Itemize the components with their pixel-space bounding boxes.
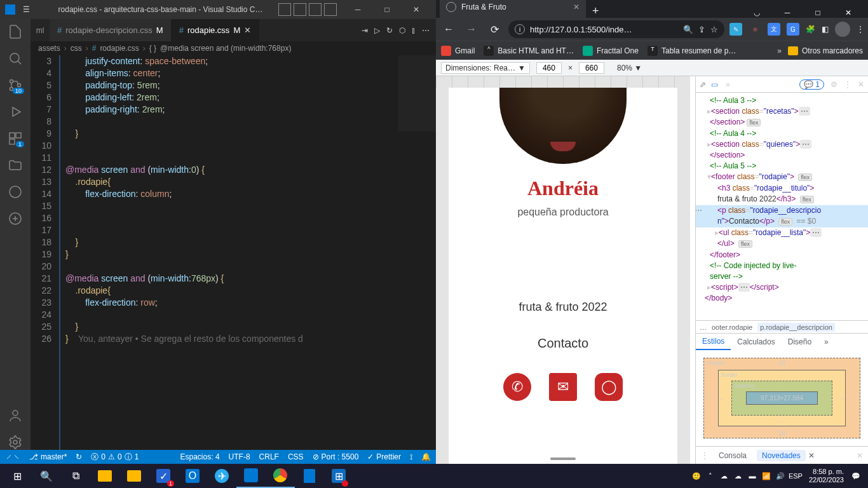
account-icon[interactable] xyxy=(8,408,23,423)
battery-icon[interactable]: ▬ xyxy=(747,470,758,482)
tab-rodapie[interactable]: #rodapie.css M ✕ xyxy=(172,19,260,41)
meet-now-icon[interactable]: 🙂 xyxy=(691,470,702,482)
bookmark-tabla[interactable]: TTabla resumen de p… xyxy=(648,46,736,56)
chrome-taskbar[interactable] xyxy=(266,464,295,488)
bookmark-basic-html[interactable]: ^Basic HTML and HT… xyxy=(484,46,574,56)
minimap[interactable] xyxy=(398,55,436,450)
refresh-icon[interactable]: ↻ xyxy=(386,26,393,35)
forward-button[interactable]: → xyxy=(463,24,480,35)
vscode-titlebar[interactable]: ☰ rodapie.css - arquitectura-css-base-ma… xyxy=(0,0,436,19)
site-info-icon[interactable]: i xyxy=(515,24,525,34)
explorer-taskbar-2[interactable] xyxy=(119,464,149,488)
go-icon[interactable]: ⇥ xyxy=(362,26,368,35)
drawer-close-icon[interactable]: ✕ xyxy=(857,451,863,460)
box-model[interactable]: margin 24 24 - - border ---- padding ---… xyxy=(696,350,868,446)
more-icon[interactable]: ⋯ xyxy=(422,26,430,35)
search-icon[interactable] xyxy=(8,51,23,66)
translate-ext-icon[interactable]: 文 xyxy=(768,23,780,36)
react-devtools-icon[interactable]: ⚛ xyxy=(749,23,761,36)
profile-avatar[interactable] xyxy=(835,22,850,37)
close-tab-icon[interactable]: ✕ xyxy=(244,25,251,35)
width-input[interactable] xyxy=(536,62,562,74)
run-icon[interactable]: ▷ xyxy=(374,26,380,35)
drag-handle[interactable] xyxy=(550,458,576,460)
height-input[interactable] xyxy=(579,62,604,74)
eol-indicator[interactable]: CRLF xyxy=(259,452,279,461)
ext-icon[interactable]: ✎ xyxy=(729,23,742,36)
tab-diseno[interactable]: Diseño xyxy=(782,334,818,350)
pinned-app-2[interactable]: ⊞ xyxy=(324,464,353,488)
chrome-menu-button[interactable]: ⋮ xyxy=(857,25,864,34)
ext-icon-2[interactable]: G xyxy=(787,23,799,36)
bookmark-gmail[interactable]: Gmail xyxy=(441,46,475,56)
weather-icon[interactable]: ☁ xyxy=(719,470,730,482)
address-bar[interactable]: i http://127.0.0.1:5500/inde… 🔍 ⇪ ☆ xyxy=(508,20,724,38)
split-icon[interactable]: ⫿ xyxy=(412,26,416,35)
devtools-tabs-overflow[interactable]: » xyxy=(726,80,730,89)
problems-indicator[interactable]: ⓧ 0 ⚠ 0 ⓘ 1 xyxy=(91,452,139,463)
maximize-button[interactable]: □ xyxy=(372,0,402,19)
extensions-button[interactable]: 🧩 xyxy=(806,25,815,34)
chrome-close-button[interactable]: ✕ xyxy=(834,3,863,22)
instagram-icon[interactable]: ◯ xyxy=(595,373,623,401)
breadcrumb[interactable]: assets› css› #rodapie.css› { } @media sc… xyxy=(31,41,436,55)
drawer-novedades[interactable]: Novedades xyxy=(757,450,806,461)
devtools-settings-icon[interactable]: ⚙ xyxy=(831,80,837,89)
source-control-icon[interactable]: 10 xyxy=(8,78,23,93)
tab-rodapie-descripcion[interactable]: #rodapie-descripcion.css M xyxy=(50,19,172,41)
bug-icon[interactable]: ⬡ xyxy=(399,26,405,35)
settings-icon[interactable] xyxy=(8,435,23,450)
telegram-taskbar[interactable]: ✈ xyxy=(207,464,236,488)
onedrive-icon[interactable]: ☁ xyxy=(733,470,744,482)
bell-icon[interactable]: 🔔 xyxy=(421,452,431,461)
extensions-icon[interactable]: 1 xyxy=(8,131,23,146)
chrome-maximize-button[interactable]: □ xyxy=(803,3,832,22)
prettier-indicator[interactable]: ✓ Prettier xyxy=(367,452,401,461)
drawer-menu-icon[interactable]: ⋮ xyxy=(701,451,709,460)
chrome-minimize-button[interactable]: ─ xyxy=(773,3,802,22)
whatsapp-icon[interactable]: ✆ xyxy=(503,373,531,401)
zoom-select[interactable]: 80% ▼ xyxy=(617,64,642,72)
page-preview[interactable]: Andréia pequeña productora fruta & fruto… xyxy=(449,88,677,464)
search-button[interactable]: 🔍 xyxy=(32,464,61,488)
styles-tabs-more[interactable]: » xyxy=(818,334,835,350)
vscode-taskbar[interactable] xyxy=(236,464,266,488)
tray-overflow[interactable]: ˄ xyxy=(705,470,716,482)
spaces-indicator[interactable]: Espacios: 4 xyxy=(180,452,220,461)
back-button[interactable]: ← xyxy=(440,24,458,35)
selected-element[interactable]: <p class="rodapie__descripcio xyxy=(696,205,868,216)
bookmark-fracttal[interactable]: Fracttal One xyxy=(583,46,639,56)
todo-taskbar[interactable]: ✓1 xyxy=(149,464,178,488)
folder-icon[interactable] xyxy=(8,158,23,173)
liverserver-port[interactable]: ⊘ Port : 5500 xyxy=(313,452,359,461)
notifications-icon[interactable]: 💬 xyxy=(850,470,862,482)
volume-icon[interactable]: 🔊 xyxy=(775,470,786,482)
share-icon[interactable]: ⇪ xyxy=(698,25,705,34)
code-editor[interactable]: 3456789101112131415161718192021222324252… xyxy=(31,55,436,450)
live-share-icon[interactable] xyxy=(8,211,23,226)
reload-button[interactable]: ⟳ xyxy=(485,24,503,36)
tweet-icon[interactable]: ⟟ xyxy=(410,452,412,461)
language-indicator[interactable]: CSS xyxy=(288,452,304,461)
panel-bottom-icon[interactable] xyxy=(294,3,306,16)
dimensions-select[interactable]: Dimensiones: Rea… ▼ xyxy=(441,62,530,74)
devtools-menu-icon[interactable]: ⋮ xyxy=(844,80,851,89)
close-drawer-tab[interactable]: ✕ xyxy=(808,451,815,460)
bookmarks-overflow[interactable]: » xyxy=(777,46,782,55)
wifi-icon[interactable]: 📶 xyxy=(761,470,772,482)
other-bookmarks[interactable]: Otros marcadores xyxy=(788,46,863,55)
panel-left-icon[interactable] xyxy=(278,3,291,16)
remote-indicator[interactable]: ⟋⟍ xyxy=(5,452,20,461)
encoding-indicator[interactable]: UTF-8 xyxy=(229,452,250,461)
messages-badge[interactable]: 💬 1 xyxy=(799,79,824,90)
minimize-button[interactable]: ─ xyxy=(343,0,372,19)
sync-icon[interactable]: ↻ xyxy=(76,452,82,461)
email-icon[interactable]: ✉ xyxy=(549,373,577,401)
devtools-close-icon[interactable]: ✕ xyxy=(858,80,864,89)
tab-estilos[interactable]: Estilos xyxy=(696,334,731,350)
chrome-tab[interactable]: Fruta & Fruto ✕ xyxy=(440,0,586,18)
elements-tree[interactable]: <!-- Aula 3 --> ▸<section class="recetas… xyxy=(696,93,868,320)
taskview-button[interactable]: ⧉ xyxy=(61,464,90,488)
star-icon[interactable]: ☆ xyxy=(710,25,718,34)
outlook-taskbar[interactable]: O xyxy=(178,464,207,488)
